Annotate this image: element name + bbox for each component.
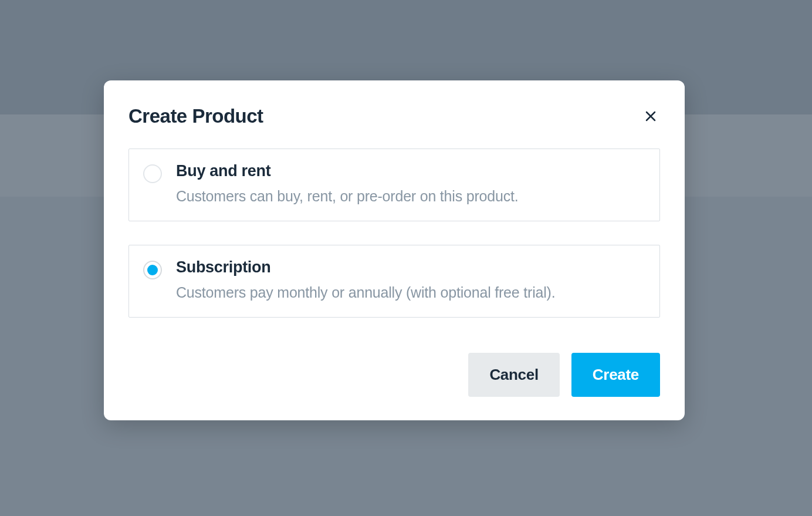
create-product-modal: Create Product Buy and rent Customers ca… <box>104 80 685 420</box>
product-type-options: Buy and rent Customers can buy, rent, or… <box>128 149 660 318</box>
radio-wrap <box>143 258 162 303</box>
cancel-button[interactable]: Cancel <box>468 353 559 397</box>
close-button[interactable] <box>641 107 660 126</box>
radio-button[interactable] <box>143 164 162 183</box>
option-title: Subscription <box>176 258 645 276</box>
create-button[interactable]: Create <box>571 353 660 397</box>
option-content: Buy and rent Customers can buy, rent, or… <box>176 162 645 207</box>
option-content: Subscription Customers pay monthly or an… <box>176 258 645 303</box>
option-description: Customers pay monthly or annually (with … <box>176 282 645 303</box>
option-description: Customers can buy, rent, or pre-order on… <box>176 186 645 207</box>
option-buy-and-rent[interactable]: Buy and rent Customers can buy, rent, or… <box>128 149 660 221</box>
radio-button[interactable] <box>143 261 162 279</box>
modal-header: Create Product <box>128 105 660 127</box>
radio-dot-icon <box>147 265 158 275</box>
option-subscription[interactable]: Subscription Customers pay monthly or an… <box>128 245 660 318</box>
modal-footer: Cancel Create <box>128 353 660 397</box>
option-title: Buy and rent <box>176 162 645 180</box>
close-icon <box>644 109 658 123</box>
radio-wrap <box>143 162 162 207</box>
modal-title: Create Product <box>128 105 263 127</box>
